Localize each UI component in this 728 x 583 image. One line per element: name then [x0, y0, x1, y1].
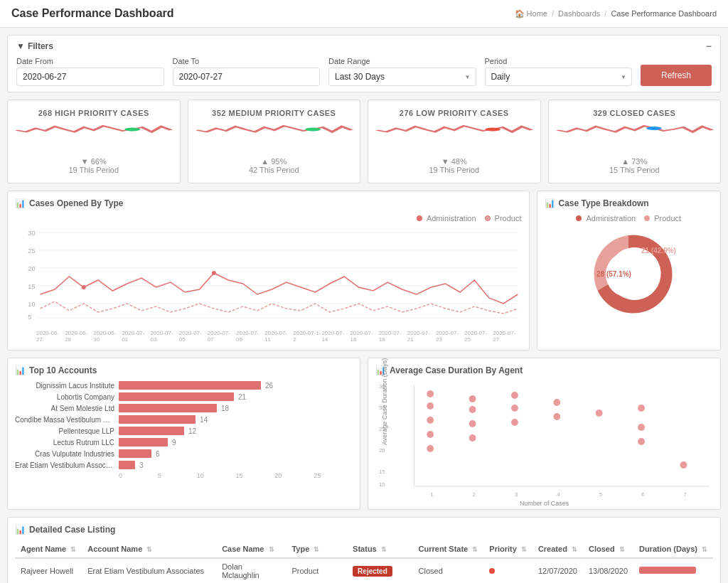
svg-point-50 — [553, 399, 560, 406]
top-accounts-title: 📊 Top 10 Accounts — [15, 365, 353, 375]
x-axis-labels: 2020-06-272020-06-282020-06-302020-07-01… — [15, 330, 522, 343]
filter-title: ▼Filters — [16, 41, 53, 51]
col-agent[interactable]: Agent Name ⇅ — [15, 540, 82, 558]
col-duration[interactable]: Duration (Days) ⇅ — [633, 540, 713, 558]
svg-text:4: 4 — [557, 491, 560, 498]
svg-point-47 — [511, 392, 518, 399]
page-header: Case Performance Dashboard 🏠 Home / Dash… — [0, 0, 728, 28]
svg-text:Average Case Duration (Days): Average Case Duration (Days) — [381, 358, 388, 445]
table-title: 📊 Detailed Case Listing — [15, 525, 713, 535]
svg-point-41 — [427, 431, 434, 438]
svg-point-54 — [638, 438, 645, 445]
status-badge: Rejected — [353, 566, 392, 577]
duration-bar-container — [639, 567, 696, 574]
closed-date: 13/08/2020 — [583, 558, 633, 583]
svg-point-38 — [427, 390, 434, 397]
metric-trend: ▼ 66% — [16, 157, 171, 166]
table-row: Rajveer Howell Erat Etiam Vestibulum Ass… — [15, 558, 713, 583]
svg-text:7: 7 — [683, 491, 687, 498]
account-label: Pellentesque LLP — [15, 427, 114, 435]
svg-text:2: 2 — [473, 491, 476, 498]
main-content: ▼Filters − Date From Date To Date Range … — [0, 28, 728, 583]
metric-title: 276 LOW PRIORITY CASES — [377, 109, 532, 117]
date-range-select[interactable]: Last 30 Days — [328, 68, 476, 86]
top-accounts-bars: Dignissim Lacus Institute 26 Lobortis Co… — [15, 381, 353, 479]
account-value: 14 — [200, 416, 208, 424]
account-bar-row: At Sem Molestie Ltd 18 — [15, 404, 353, 412]
avg-duration-chart: 📊 Average Case Duration By Agent 35 30 2… — [368, 358, 721, 510]
metric-card: 329 CLOSED CASES ▲ 73% 15 This Period — [548, 100, 722, 183]
metric-period: 19 This Period — [16, 166, 171, 174]
metric-trend: ▼ 48% — [377, 157, 532, 166]
charts-row: 📊 Cases Opened By Type Administration Pr… — [7, 191, 721, 351]
svg-text:10: 10 — [379, 481, 385, 488]
scatter-chart-svg: 35 30 25 20 15 10 Average Case Duration … — [375, 381, 713, 502]
col-created[interactable]: Created ⇅ — [532, 540, 583, 558]
account-bar — [119, 404, 217, 412]
svg-point-53 — [638, 424, 645, 431]
metric-title: 329 CLOSED CASES — [557, 109, 712, 117]
svg-point-45 — [469, 420, 476, 427]
account-bar — [119, 415, 196, 424]
svg-point-2 — [485, 128, 500, 132]
metric-sparkline — [197, 123, 352, 151]
breadcrumb-home[interactable]: 🏠 Home — [515, 9, 547, 18]
metric-sparkline — [557, 123, 712, 151]
col-type[interactable]: Type ⇅ — [286, 540, 347, 558]
account-bar-row: Dignissim Lacus Institute 26 — [15, 381, 353, 390]
account-bar-row: Lobortis Company 21 — [15, 392, 353, 401]
col-case[interactable]: Case Name ⇅ — [216, 540, 286, 558]
col-status[interactable]: Status ⇅ — [347, 540, 412, 558]
col-state[interactable]: Current State ⇅ — [413, 540, 484, 558]
account-label: Erat Etiam Vestibulum Associates — [15, 461, 114, 469]
account-value: 18 — [221, 405, 229, 412]
metric-sparkline — [16, 123, 171, 151]
account-value: 26 — [265, 382, 273, 390]
top-accounts-chart: 📊 Top 10 Accounts Dignissim Lacus Instit… — [7, 358, 360, 510]
svg-point-0 — [124, 128, 140, 132]
period-select-wrapper: Daily — [485, 68, 633, 86]
svg-text:5: 5 — [28, 314, 31, 321]
svg-text:15: 15 — [379, 469, 385, 475]
svg-text:20: 20 — [379, 447, 385, 454]
case-type-breakdown-chart: 📊 Case Type Breakdown Administration Pro… — [537, 191, 722, 351]
breadcrumb-current: Case Performance Dashboard — [611, 9, 717, 18]
col-priority[interactable]: Priority ⇅ — [483, 540, 532, 558]
metric-card: 268 HIGH PRIORITY CASES ▼ 66% 19 This Pe… — [7, 100, 181, 183]
col-closed[interactable]: Closed ⇅ — [583, 540, 633, 558]
metric-trend: ▲ 95% — [197, 157, 352, 166]
account-bar-row: Condibe Massa Vestibulum Consulting 14 — [15, 415, 353, 424]
svg-point-17 — [212, 271, 216, 275]
line-chart-svg: 30 25 20 15 10 5 — [15, 227, 522, 326]
donut-chart-container: 28 (57.1%) 21 (42.9%) — [545, 228, 714, 314]
date-to-input[interactable] — [173, 68, 321, 86]
cases-by-type-title: 📊 Cases Opened By Type — [15, 198, 522, 208]
svg-point-52 — [596, 410, 603, 417]
case-name: Dolan Mclaughlin — [216, 558, 286, 583]
svg-text:28 (57.1%): 28 (57.1%) — [596, 270, 631, 278]
date-from-input[interactable] — [16, 68, 164, 86]
priority — [483, 558, 532, 583]
table-header: Agent Name ⇅ Account Name ⇅ Case Name ⇅ … — [15, 540, 713, 558]
breakdown-title: 📊 Case Type Breakdown — [545, 198, 714, 208]
refresh-button[interactable]: Refresh — [641, 65, 712, 86]
account-value: 6 — [156, 450, 160, 458]
account-value: 12 — [188, 427, 196, 435]
table-body: Rajveer Howell Erat Etiam Vestibulum Ass… — [15, 558, 713, 583]
account-value: 3 — [139, 461, 144, 469]
svg-point-56 — [680, 461, 687, 469]
date-from-label: Date From — [16, 57, 164, 65]
breakdown-legend: Administration Product — [545, 214, 714, 223]
filter-collapse-button[interactable]: − — [706, 41, 712, 51]
account-bar — [119, 427, 184, 435]
account-label: Cras Vulputate Industries — [15, 450, 114, 458]
svg-text:25: 25 — [28, 247, 35, 255]
account-label: Lobortis Company — [15, 393, 114, 401]
svg-point-55 — [638, 405, 645, 412]
svg-point-49 — [511, 419, 518, 426]
col-account[interactable]: Account Name ⇅ — [82, 540, 216, 558]
svg-text:20: 20 — [28, 265, 35, 272]
period-select[interactable]: Daily — [485, 68, 633, 86]
svg-text:Number of Cases: Number of Cases — [520, 500, 569, 507]
breadcrumb-dashboards[interactable]: Dashboards — [558, 9, 600, 18]
